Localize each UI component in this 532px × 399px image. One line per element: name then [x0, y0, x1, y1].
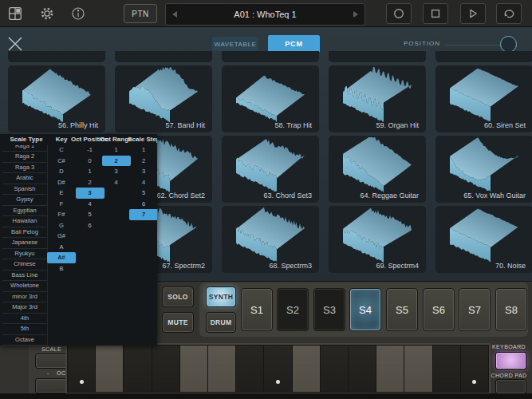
sample-tile[interactable]: 65. Vox Wah Guitar: [435, 136, 532, 203]
track-button-s7[interactable]: S7: [459, 288, 491, 331]
scale-type-item[interactable]: Spanish: [2, 184, 47, 196]
scale-type-item[interactable]: Major 3rd: [2, 302, 47, 314]
key-option[interactable]: F: [47, 199, 76, 210]
keyboard-key[interactable]: [404, 346, 432, 392]
oct-range-option[interactable]: 4: [102, 177, 131, 188]
scale-type-item[interactable]: Raga 2: [2, 151, 47, 163]
scale-step-option[interactable]: 1: [129, 144, 157, 156]
scale-type-item[interactable]: Octave: [2, 334, 47, 346]
ptn-button[interactable]: PTN: [124, 4, 157, 23]
sample-tile-partial[interactable]: [435, 51, 532, 62]
keyboard-key[interactable]: [264, 346, 291, 392]
oct-position-option[interactable]: -1: [76, 144, 104, 156]
scale-step-option[interactable]: 6: [129, 199, 157, 210]
tab-wavetable[interactable]: WAVETABLE: [212, 37, 258, 51]
info-icon[interactable]: [71, 6, 85, 21]
sample-tile[interactable]: 58. Trap Hit: [222, 65, 319, 132]
oct-position-option[interactable]: 4: [76, 199, 104, 210]
drum-button[interactable]: DRUM: [206, 312, 236, 333]
oct-position-option[interactable]: 0: [76, 156, 104, 167]
oct-position-option[interactable]: 1: [76, 166, 104, 177]
scale-type-item[interactable]: Gypsy: [2, 194, 47, 206]
sample-tile[interactable]: 63. Chord Set3: [222, 136, 319, 203]
key-option[interactable]: A#: [47, 252, 76, 263]
oct-position-option[interactable]: 3: [76, 188, 104, 199]
oct-range-option[interactable]: 2: [102, 156, 131, 167]
mute-button[interactable]: MUTE: [162, 312, 194, 333]
track-button-s6[interactable]: S6: [423, 288, 455, 331]
key-option[interactable]: F#: [47, 209, 76, 220]
synth-button[interactable]: SYNTH: [206, 286, 236, 307]
key-option[interactable]: G#: [47, 231, 76, 242]
keyboard-key[interactable]: [96, 346, 123, 392]
position-slider-track[interactable]: [445, 45, 502, 45]
scale-step-option[interactable]: 4: [129, 177, 157, 188]
pattern-next-arrow[interactable]: [353, 11, 358, 18]
oct-position-option[interactable]: 2: [76, 177, 104, 188]
solo-button[interactable]: SOLO: [162, 286, 194, 307]
sample-tile[interactable]: 57. Band Hit: [115, 65, 212, 132]
record-button[interactable]: [386, 3, 412, 24]
scale-type-item[interactable]: Raga 3: [2, 162, 47, 174]
scale-button[interactable]: [35, 354, 68, 369]
keyboard-key[interactable]: [293, 346, 320, 392]
track-button-s4[interactable]: S4: [349, 288, 381, 331]
keyboard-key[interactable]: [208, 346, 235, 392]
track-button-s3[interactable]: S3: [313, 288, 345, 331]
keyboard-key[interactable]: [376, 346, 404, 392]
key-option[interactable]: D#: [47, 177, 76, 188]
keyboard-key[interactable]: [68, 346, 95, 392]
key-option[interactable]: C#: [47, 156, 76, 167]
keyboard-key[interactable]: [321, 346, 348, 392]
keyboard-key[interactable]: [180, 346, 207, 392]
oct-range-option[interactable]: 3: [102, 166, 131, 177]
keyboard-key[interactable]: [152, 346, 179, 392]
key-option[interactable]: G: [47, 220, 76, 231]
chord-pad-button[interactable]: [495, 379, 526, 394]
oct-range-option[interactable]: 1: [102, 144, 131, 156]
scale-type-item[interactable]: Ryukyu: [2, 248, 47, 260]
close-icon[interactable]: [6, 35, 24, 53]
pattern-selector[interactable]: A01 : WhoTeq 1: [165, 3, 365, 26]
keyboard-mode-button[interactable]: [495, 352, 526, 369]
key-option[interactable]: D: [47, 166, 76, 177]
keyboard-key[interactable]: [236, 346, 263, 392]
sample-tile-partial[interactable]: [329, 51, 426, 62]
settings-gear-icon[interactable]: [40, 6, 54, 21]
scale-step-option[interactable]: 7: [129, 209, 157, 220]
scale-type-item[interactable]: Chinese: [2, 259, 47, 271]
scale-step-option[interactable]: 3: [129, 166, 157, 177]
scale-type-item[interactable]: Bali Pelog: [2, 227, 47, 239]
sample-tile-partial[interactable]: [222, 51, 319, 62]
keyboard-key[interactable]: [461, 346, 488, 392]
key-option[interactable]: B: [47, 263, 76, 275]
position-knob[interactable]: [500, 36, 517, 53]
track-button-s5[interactable]: S5: [386, 288, 418, 331]
sample-tile-partial[interactable]: [8, 51, 105, 62]
track-button-s1[interactable]: S1: [241, 288, 273, 331]
scale-type-item[interactable]: Japanese: [2, 237, 47, 249]
sample-tile[interactable]: 60. Siren Set: [435, 65, 532, 132]
scale-type-item[interactable]: Wholetone: [2, 280, 47, 292]
tab-pcm[interactable]: PCM: [268, 35, 320, 53]
scale-type-item[interactable]: 5th: [2, 323, 47, 335]
scale-type-item[interactable]: 4th: [2, 313, 47, 325]
sample-tile-partial[interactable]: [115, 51, 212, 62]
track-button-s8[interactable]: S8: [495, 288, 527, 331]
sample-tile[interactable]: 68. Spectrm3: [222, 206, 319, 273]
pattern-prev-arrow[interactable]: [172, 11, 177, 18]
scale-type-item[interactable]: Bass Line: [2, 270, 47, 282]
sample-tile[interactable]: 59. Organ Hit: [329, 65, 426, 132]
play-button[interactable]: [460, 3, 486, 24]
keyboard-key[interactable]: [349, 346, 376, 392]
keyboard-key[interactable]: [433, 346, 460, 392]
scale-type-item[interactable]: Hawaiian: [2, 215, 47, 227]
track-button-s2[interactable]: S2: [277, 288, 309, 331]
scale-type-item[interactable]: Arabic: [2, 172, 47, 184]
oct-position-option[interactable]: 6: [76, 220, 104, 231]
scale-type-item[interactable]: Egyptian: [2, 205, 47, 217]
octave-down-button[interactable]: [35, 378, 68, 393]
oct-position-option[interactable]: 5: [76, 209, 104, 220]
sample-tile[interactable]: 70. Noise: [435, 206, 532, 273]
scale-type-item[interactable]: minor 3rd: [2, 291, 47, 303]
